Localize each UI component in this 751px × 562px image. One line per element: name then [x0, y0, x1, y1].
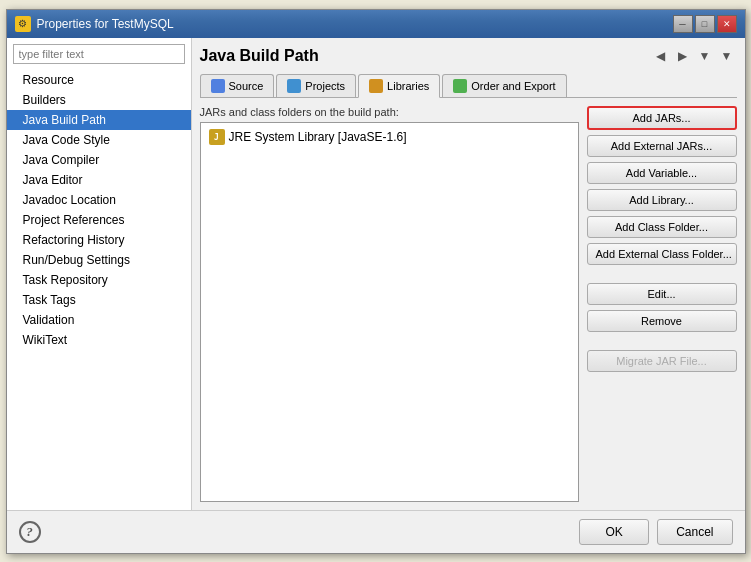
projects-tab-label: Projects	[305, 80, 345, 92]
add-variable-button[interactable]: Add Variable...	[587, 162, 737, 184]
dialog-footer: ? OK Cancel	[7, 510, 745, 553]
tree-view[interactable]: JJRE System Library [JavaSE-1.6]	[200, 122, 579, 502]
ok-button[interactable]: OK	[579, 519, 649, 545]
sidebar-item-java-editor[interactable]: Java Editor	[7, 170, 191, 190]
libraries-panel: JARs and class folders on the build path…	[200, 106, 579, 502]
nav-menu-button[interactable]: ▼	[717, 46, 737, 66]
sidebar-item-javadoc-location[interactable]: Javadoc Location	[7, 190, 191, 210]
sidebar-items: ResourceBuildersJava Build PathJava Code…	[7, 70, 191, 510]
nav-forward-button[interactable]: ▶	[673, 46, 693, 66]
tab-libraries[interactable]: Libraries	[358, 74, 440, 98]
nav-back-button[interactable]: ◀	[651, 46, 671, 66]
edit-button[interactable]: Edit...	[587, 283, 737, 305]
main-title: Java Build Path	[200, 47, 319, 65]
add-jars-button[interactable]: Add JARs...	[587, 106, 737, 130]
tab-order-and-export[interactable]: Order and Export	[442, 74, 566, 97]
sidebar-item-java-build-path[interactable]: Java Build Path	[7, 110, 191, 130]
sidebar-item-java-code-style[interactable]: Java Code Style	[7, 130, 191, 150]
migrate-jar-button: Migrate JAR File...	[587, 350, 737, 372]
tab-source[interactable]: Source	[200, 74, 275, 97]
add-ext-class-folder-button[interactable]: Add External Class Folder...	[587, 243, 737, 265]
title-bar-left: ⚙ Properties for TestMySQL	[15, 16, 174, 32]
sidebar-item-validation[interactable]: Validation	[7, 310, 191, 330]
add-library-button[interactable]: Add Library...	[587, 189, 737, 211]
remove-button[interactable]: Remove	[587, 310, 737, 332]
sidebar-item-task-repository[interactable]: Task Repository	[7, 270, 191, 290]
order-and-export-tab-label: Order and Export	[471, 80, 555, 92]
window-title: Properties for TestMySQL	[37, 17, 174, 31]
sidebar-item-java-compiler[interactable]: Java Compiler	[7, 150, 191, 170]
button-spacer-2	[587, 337, 737, 345]
tab-projects[interactable]: Projects	[276, 74, 356, 97]
dialog-body: ResourceBuildersJava Build PathJava Code…	[7, 38, 745, 510]
main-content: Java Build Path ◀ ▶ ▼ ▼ SourceProjectsLi…	[192, 38, 745, 510]
window-icon: ⚙	[15, 16, 31, 32]
jre-library-label: JRE System Library [JavaSE-1.6]	[229, 130, 407, 144]
close-button[interactable]: ✕	[717, 15, 737, 33]
sidebar-item-wikitext[interactable]: WikiText	[7, 330, 191, 350]
order-and-export-tab-icon	[453, 79, 467, 93]
tabs-bar: SourceProjectsLibrariesOrder and Export	[200, 74, 737, 98]
jre-library-icon: J	[209, 129, 225, 146]
sidebar-item-resource[interactable]: Resource	[7, 70, 191, 90]
help-button[interactable]: ?	[19, 521, 41, 543]
sidebar: ResourceBuildersJava Build PathJava Code…	[7, 38, 192, 510]
sidebar-item-builders[interactable]: Builders	[7, 90, 191, 110]
add-ext-jars-button[interactable]: Add External JARs...	[587, 135, 737, 157]
sidebar-item-refactoring-history[interactable]: Refactoring History	[7, 230, 191, 250]
sidebar-item-project-references[interactable]: Project References	[7, 210, 191, 230]
footer-left: ?	[19, 521, 41, 543]
buttons-panel: Add JARs...Add External JARs...Add Varia…	[587, 106, 737, 502]
sidebar-item-run-debug-settings[interactable]: Run/Debug Settings	[7, 250, 191, 270]
panel-label: JARs and class folders on the build path…	[200, 106, 579, 118]
projects-tab-icon	[287, 79, 301, 93]
source-tab-label: Source	[229, 80, 264, 92]
sidebar-item-task-tags[interactable]: Task Tags	[7, 290, 191, 310]
filter-input[interactable]	[13, 44, 185, 64]
cancel-button[interactable]: Cancel	[657, 519, 732, 545]
content-area: JARs and class folders on the build path…	[200, 106, 737, 502]
maximize-button[interactable]: □	[695, 15, 715, 33]
title-buttons: ─ □ ✕	[673, 15, 737, 33]
tree-item[interactable]: JJRE System Library [JavaSE-1.6]	[205, 127, 574, 148]
footer-right: OK Cancel	[579, 519, 732, 545]
nav-dropdown-button[interactable]: ▼	[695, 46, 715, 66]
minimize-button[interactable]: ─	[673, 15, 693, 33]
main-header: Java Build Path ◀ ▶ ▼ ▼	[200, 46, 737, 66]
main-nav-icons: ◀ ▶ ▼ ▼	[651, 46, 737, 66]
button-spacer-1	[587, 270, 737, 278]
libraries-tab-label: Libraries	[387, 80, 429, 92]
source-tab-icon	[211, 79, 225, 93]
add-class-folder-button[interactable]: Add Class Folder...	[587, 216, 737, 238]
dialog-window: ⚙ Properties for TestMySQL ─ □ ✕ Resourc…	[6, 9, 746, 554]
libraries-tab-icon	[369, 79, 383, 93]
title-bar: ⚙ Properties for TestMySQL ─ □ ✕	[7, 10, 745, 38]
